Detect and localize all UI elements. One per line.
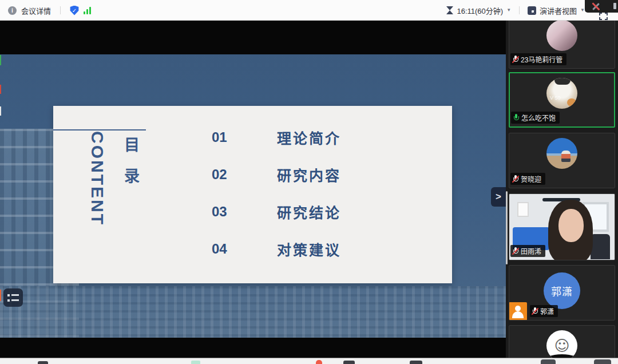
edge-artifact	[0, 55, 1, 65]
participant-name-tag: 贺晓迎	[510, 173, 545, 185]
divider	[60, 6, 61, 14]
view-dropdown-icon[interactable]: ▼	[580, 8, 585, 13]
mic-muted-icon	[513, 247, 518, 255]
presentation-slide: CONTENT 目录 01 理论简介 02 研究内容 03 研究结论	[0, 54, 506, 338]
smiley-avatar: ☺	[546, 330, 577, 358]
mic-muted-icon	[513, 175, 518, 183]
toolbar-icon-partial[interactable]	[316, 360, 322, 364]
edge-artifact	[0, 290, 1, 301]
host-badge-icon	[509, 302, 527, 321]
participant-tile-video[interactable]: 田雨浠	[509, 193, 615, 260]
mic-muted-icon	[532, 307, 538, 315]
toolbar-icon-partial[interactable]	[594, 359, 611, 364]
participant-name-tag: 郭潇	[530, 305, 558, 317]
list-icon	[7, 299, 23, 302]
security-shield-icon[interactable]: ✓	[70, 6, 79, 15]
toolbar-icon-partial[interactable]	[191, 361, 200, 364]
toc-item: 02 研究内容	[212, 167, 341, 182]
avatar-initials: 郭潇	[551, 283, 573, 298]
topbar-left-group: i 会议详情 ✓	[8, 0, 91, 21]
avatar: 郭潇	[544, 272, 580, 309]
list-icon	[7, 294, 23, 296]
divider	[519, 6, 520, 14]
participant-name: 郭潇	[540, 306, 554, 316]
edge-artifact	[0, 106, 1, 116]
toc-item-title: 研究结论	[277, 201, 341, 222]
participant-name: 怎么吃不饱	[521, 113, 556, 122]
shared-screen-area: CONTENT 目录 01 理论简介 02 研究内容 03 研究结论	[0, 21, 506, 358]
toc-item-title: 对策建议	[277, 239, 341, 259]
edge-artifact	[0, 85, 1, 94]
participant-name-tag: 23马艳莉行管	[510, 53, 566, 65]
toolbar-icon-partial[interactable]	[541, 359, 556, 364]
view-mode-button[interactable]: 演讲者视图	[540, 5, 577, 16]
toc-title-en: CONTENT	[88, 131, 107, 232]
network-signal-icon[interactable]	[84, 7, 91, 14]
participant-name-tag: 怎么吃不饱	[511, 112, 560, 124]
bottom-toolbar-cutoff	[0, 358, 618, 364]
info-icon: i	[8, 6, 17, 15]
meeting-details-button[interactable]: 会议详情	[21, 5, 51, 16]
annotation-disabled-icon[interactable]	[592, 2, 600, 10]
mic-muted-icon	[513, 56, 518, 64]
partial-toolbar-icon	[613, 3, 616, 9]
timer-dropdown-icon[interactable]: ▼	[506, 8, 511, 13]
sidebar-scrollbar[interactable]	[506, 191, 508, 264]
mic-on-icon	[513, 114, 519, 122]
toc-card: CONTENT 目录 01 理论简介 02 研究内容 03 研究结论	[53, 106, 452, 283]
accent-line	[53, 129, 146, 130]
toc-item-number: 02	[212, 167, 241, 183]
toc-item-number: 04	[212, 241, 241, 257]
toc-item: 03 研究结论	[212, 204, 341, 219]
avatar	[546, 138, 577, 169]
toc-item: 04 对策建议	[212, 242, 341, 256]
toc-list: 01 理论简介 02 研究内容 03 研究结论 04 对策建议	[212, 130, 341, 256]
participant-name: 贺晓迎	[521, 174, 541, 184]
participant-name: 田雨浠	[521, 246, 541, 256]
background-campus	[0, 286, 506, 338]
participant-name-tag: 田雨浠	[510, 245, 545, 257]
next-page-button[interactable]: >	[491, 187, 506, 207]
participant-tile[interactable]: ☺	[509, 325, 615, 358]
speaker-view-icon	[528, 6, 536, 15]
toc-title-cn: 目录	[120, 137, 142, 199]
avatar: V 50	[546, 78, 577, 109]
toc-item-title: 理论简介	[277, 127, 341, 148]
avatar-watermark: V 50	[550, 95, 561, 101]
toc-item-number: 01	[212, 129, 241, 145]
fullscreen-icon[interactable]	[599, 13, 608, 20]
toolbar-icon-partial[interactable]	[343, 361, 355, 364]
participant-tile[interactable]: 郭潇 郭潇	[509, 265, 615, 321]
participant-name: 23马艳莉行管	[521, 54, 562, 64]
meeting-window: i 会议详情 ✓ 16:11(60分钟) ▼ 演讲者视图 ▼	[0, 0, 618, 364]
toc-item-title: 研究内容	[277, 164, 341, 185]
meeting-timer: 16:11(60分钟)	[457, 5, 503, 16]
hourglass-icon	[446, 6, 453, 14]
toc-item-number: 03	[212, 204, 241, 220]
topbar-right-group: 16:11(60分钟) ▼ 演讲者视图 ▼	[446, 0, 585, 21]
participant-tile[interactable]: 贺晓迎	[509, 133, 615, 188]
toc-item: 01 理论简介	[212, 130, 341, 145]
avatar	[546, 21, 577, 51]
floating-annotation-toolbar	[585, 0, 618, 13]
agenda-list-button[interactable]	[3, 288, 23, 307]
participant-tile[interactable]: 23马艳莉行管	[509, 21, 615, 69]
participants-sidebar: 23马艳莉行管 V 50 怎么吃不饱 贺晓迎	[506, 21, 618, 358]
top-toolbar: i 会议详情 ✓ 16:11(60分钟) ▼ 演讲者视图 ▼	[0, 0, 618, 21]
toolbar-icon-partial[interactable]	[410, 361, 422, 364]
toolbar-icon-partial[interactable]	[38, 361, 48, 364]
avatar: ☺	[546, 330, 577, 358]
participant-tile-active-speaker[interactable]: V 50 怎么吃不饱	[509, 72, 615, 128]
